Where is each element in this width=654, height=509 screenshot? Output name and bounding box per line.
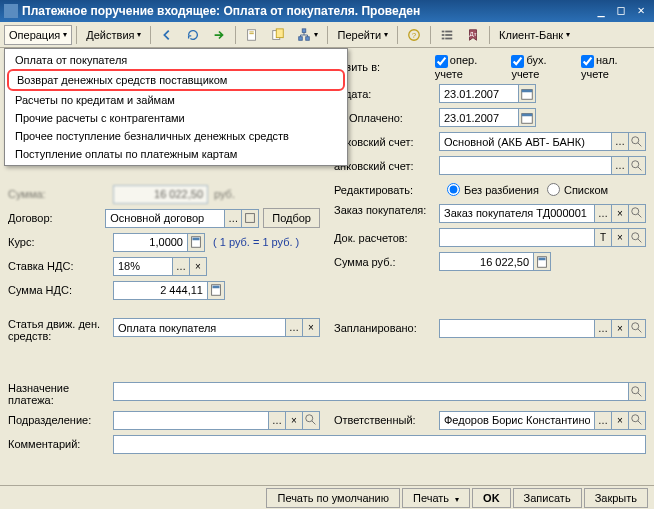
cb-buh[interactable]: бух. учете <box>511 54 575 80</box>
ok-button[interactable]: OK <box>472 488 511 508</box>
select-button[interactable]: … <box>285 318 303 337</box>
svg-rect-12 <box>442 34 445 36</box>
select-button[interactable]: … <box>594 319 612 338</box>
clear-button[interactable]: × <box>611 228 629 247</box>
article-label: Статья движ. ден. средств: <box>8 318 113 342</box>
radio-list[interactable]: Списком <box>547 183 608 196</box>
open-button[interactable] <box>302 411 320 430</box>
open-button[interactable] <box>628 319 646 338</box>
vat-sum-input[interactable] <box>113 281 208 300</box>
select-button[interactable]: … <box>224 209 242 228</box>
open-button[interactable] <box>628 132 646 151</box>
date-input[interactable] <box>439 84 519 103</box>
minimize-button[interactable]: _ <box>592 3 610 19</box>
basis-icon[interactable] <box>266 25 290 45</box>
calendar-icon[interactable] <box>518 84 536 103</box>
purpose-label: Назначение платежа: <box>8 382 113 406</box>
refresh-icon[interactable] <box>181 25 205 45</box>
order-input[interactable] <box>439 204 595 223</box>
bank-acct2-input[interactable] <box>439 156 612 175</box>
menu-item[interactable]: Прочие расчеты с контрагентами <box>7 109 345 127</box>
open-button[interactable] <box>628 382 646 401</box>
purpose-input[interactable] <box>113 382 629 401</box>
comment-input[interactable] <box>113 435 646 454</box>
calc-icon[interactable] <box>207 281 225 300</box>
nav-back-icon[interactable] <box>155 25 179 45</box>
clear-button[interactable]: × <box>302 318 320 337</box>
contract-input[interactable] <box>105 209 225 228</box>
operation-menu[interactable]: Операция▾ <box>4 25 72 45</box>
menu-item[interactable]: Прочее поступление безналичных денежных … <box>7 127 345 145</box>
dept-input[interactable] <box>113 411 269 430</box>
svg-rect-31 <box>539 257 546 260</box>
close-button[interactable]: Закрыть <box>584 488 648 508</box>
cb-nal[interactable]: нал. учете <box>581 54 646 80</box>
podbor-button[interactable]: Подбор <box>263 208 320 228</box>
print-button[interactable]: Печать ▾ <box>402 488 470 508</box>
svg-rect-14 <box>442 37 445 39</box>
print-default-button[interactable]: Печать по умолчанию <box>266 488 400 508</box>
summa-label: Сумма: <box>8 188 113 200</box>
select-button[interactable]: … <box>594 204 612 223</box>
resp-input[interactable] <box>439 411 595 430</box>
menu-item-highlighted[interactable]: Возврат денежных средств поставщиком <box>7 69 345 91</box>
select-button[interactable]: … <box>268 411 286 430</box>
select-button[interactable]: … <box>594 411 612 430</box>
menu-item[interactable]: Оплата от покупателя <box>7 51 345 69</box>
goto-menu[interactable]: Перейти▾ <box>332 25 393 45</box>
svg-text:Дт: Дт <box>470 29 477 36</box>
menu-item[interactable]: Поступление оплаты по платежным картам <box>7 145 345 163</box>
kurs-input[interactable] <box>113 233 188 252</box>
clear-button[interactable]: × <box>611 411 629 430</box>
save-button[interactable]: Записать <box>513 488 582 508</box>
register-icon[interactable]: Дт <box>461 25 485 45</box>
calc-icon[interactable] <box>187 233 205 252</box>
radio-no-split[interactable]: Без разбиения <box>447 183 539 196</box>
calc-icon[interactable] <box>533 252 551 271</box>
clear-button[interactable]: × <box>611 319 629 338</box>
client-bank-menu[interactable]: Клиент-Банк▾ <box>494 25 575 45</box>
sum-rub-input[interactable] <box>439 252 534 271</box>
summa-input[interactable] <box>113 185 208 204</box>
actions-menu[interactable]: Действия▾ <box>81 25 146 45</box>
clear-button[interactable]: × <box>189 257 207 276</box>
bank-acct2-label: анковский счет: <box>334 160 439 172</box>
open-button[interactable] <box>628 411 646 430</box>
planned-label: Запланировано: <box>334 322 439 334</box>
help-icon[interactable]: ? <box>402 25 426 45</box>
svg-rect-7 <box>306 36 310 40</box>
maximize-button[interactable]: □ <box>612 3 630 19</box>
calendar-icon[interactable] <box>518 108 536 127</box>
select-button[interactable]: … <box>172 257 190 276</box>
svg-rect-2 <box>250 33 254 34</box>
close-button[interactable]: ✕ <box>632 3 650 19</box>
structure-icon[interactable]: ▾ <box>292 25 323 45</box>
list-icon[interactable] <box>435 25 459 45</box>
open-button[interactable] <box>628 204 646 223</box>
go-icon[interactable] <box>207 25 231 45</box>
menu-item[interactable]: Расчеты по кредитам и займам <box>7 91 345 109</box>
select-button[interactable]: … <box>611 156 629 175</box>
paid-date-input[interactable] <box>439 108 519 127</box>
vat-rate-input[interactable] <box>113 257 173 276</box>
svg-rect-6 <box>299 36 303 40</box>
document-icon[interactable] <box>240 25 264 45</box>
svg-rect-19 <box>193 238 200 241</box>
cb-oper[interactable]: опер. учете <box>435 54 506 80</box>
open-button[interactable] <box>241 209 259 228</box>
svg-rect-17 <box>246 214 255 223</box>
doc-calc-input[interactable] <box>439 228 595 247</box>
open-button[interactable] <box>628 156 646 175</box>
planned-input[interactable] <box>439 319 595 338</box>
svg-point-34 <box>306 415 313 422</box>
form-body: Оплата от покупателя Возврат денежных ср… <box>0 48 654 485</box>
article-input[interactable] <box>113 318 286 337</box>
svg-rect-10 <box>442 30 445 32</box>
text-button[interactable]: T <box>594 228 612 247</box>
open-button[interactable] <box>628 228 646 247</box>
paid-label[interactable]: Оплачено: <box>334 111 439 124</box>
clear-button[interactable]: × <box>285 411 303 430</box>
clear-button[interactable]: × <box>611 204 629 223</box>
select-button[interactable]: … <box>611 132 629 151</box>
bank-acct-input[interactable] <box>439 132 612 151</box>
